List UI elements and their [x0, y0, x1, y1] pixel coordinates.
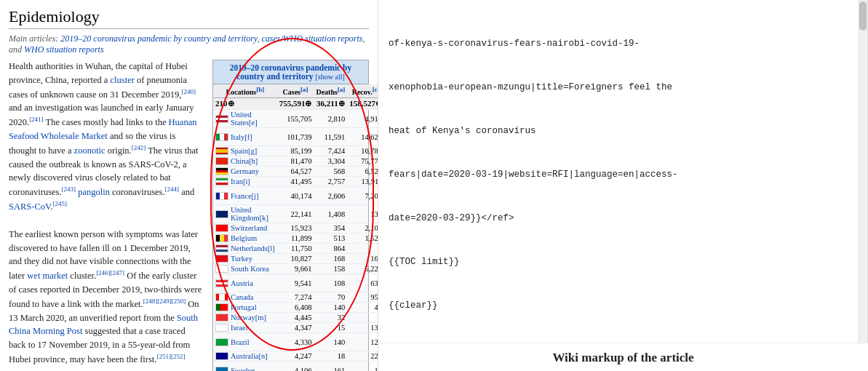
table-row: Canada 7,274 70 956 [65] — [213, 292, 378, 303]
main-article-link-1[interactable]: 2019–20 coronavirus pandemic by country … — [60, 33, 257, 44]
deaths-cell: 18 — [314, 351, 347, 362]
deaths-cell: 513 — [314, 234, 347, 244]
scrollbar-track[interactable] — [859, 0, 867, 343]
main-article-link-3[interactable]: WHO situation reports — [24, 44, 104, 55]
deaths-cell: 2,757 — [314, 177, 347, 187]
country-cell: Netherlands[l] — [213, 244, 277, 254]
country-link[interactable]: Norway[m] — [231, 314, 266, 322]
country-flag — [215, 255, 228, 263]
country-link[interactable]: Netherlands[l] — [231, 244, 275, 252]
code-line: date=2020-03-29}}</ref> — [389, 211, 857, 226]
scmp-link[interactable]: South China Morning Post — [9, 313, 198, 337]
cases-cell: 15,923 — [277, 223, 314, 234]
recoveries-cell: 636 — [347, 274, 378, 292]
table-row: Portugal 6,408 140 43 [66] — [213, 303, 378, 313]
cases-cell: 101,739 — [277, 128, 314, 146]
country-cell: Belgium — [213, 234, 277, 244]
wiki-markup-code: of-kenya-s-coronavirus-fears-nairobi-cov… — [378, 0, 868, 343]
country-cell: South Korea — [213, 264, 277, 274]
recoveries-cell: 226 — [347, 351, 378, 362]
cases-cell: 11,750 — [277, 244, 314, 254]
table-row: China[h] 81,470 3,304 75,770 [52] — [213, 156, 378, 167]
cases-cell: 6,408 — [277, 303, 314, 313]
cases-cell: 9,541 — [277, 274, 314, 292]
recoveries-cell: 956 — [347, 292, 378, 303]
table-row: United States[e] 155,705 2,810 4,913 [44… — [213, 110, 378, 128]
country-link[interactable]: Portugal — [231, 303, 257, 311]
table-row: Australia[n] 4,247 18 226 [71] — [213, 351, 378, 362]
country-flag — [215, 324, 228, 332]
country-link[interactable]: Canada — [231, 293, 254, 301]
country-link[interactable]: Spain[g] — [231, 147, 257, 155]
table-row: Italy[f] 101,739 11,591 14,620 [48][49] — [213, 128, 378, 146]
table-row: Spain[g] 85,199 7,424 16,780 [51] — [213, 146, 378, 156]
country-cell: Iran[i] — [213, 177, 277, 187]
deaths-cell: 168 — [314, 254, 347, 264]
country-link[interactable]: France[j] — [231, 192, 258, 200]
cases-cell: 4,106 — [277, 362, 314, 371]
country-link[interactable]: Iran[i] — [231, 177, 250, 186]
deaths-cell: 140 — [314, 333, 347, 351]
code-line: heat of Kenya's coronavirus — [389, 124, 857, 138]
infobox-show-all[interactable]: [show all] — [316, 73, 345, 81]
section-title: Epidemiology — [9, 7, 369, 29]
country-link[interactable]: South Korea — [231, 265, 269, 273]
deaths-cell: 3,304 — [314, 156, 347, 167]
country-cell: Turkey — [213, 254, 277, 264]
infobox-title: 2019–20 coronavirus pandemic by country … — [213, 60, 368, 84]
cases-cell: 22,141 — [277, 205, 314, 223]
wiki-markup-label: Wiki markup of the article — [378, 343, 868, 371]
cases-cell: 9,661 — [277, 264, 314, 274]
total-deaths: 36,211⊕ — [314, 98, 347, 110]
cluster-link[interactable]: cluster — [111, 75, 135, 85]
country-cell: Sweden — [213, 362, 277, 371]
code-line-blank — [389, 342, 857, 343]
country-cell: Switzerland — [213, 223, 277, 234]
country-flag — [215, 157, 228, 165]
recoveries-cell — [347, 313, 378, 323]
country-link[interactable]: United Kingdom[k] — [231, 206, 275, 222]
code-line: fears|date=2020-03-19|website=RFI|langua… — [389, 167, 857, 182]
country-link[interactable]: Italy[f] — [231, 133, 252, 141]
country-flag — [215, 338, 228, 346]
recoveries-cell: 4,913 — [347, 110, 378, 128]
cases-cell: 81,470 — [277, 156, 314, 167]
table-row: Brazil 4,330 140 120 [44][41] — [213, 333, 378, 351]
country-link[interactable]: Turkey — [231, 255, 252, 263]
cases-cell: 41,495 — [277, 177, 314, 187]
main-articles-line: Main articles: 2019–20 coronavirus pande… — [9, 33, 369, 55]
country-link[interactable]: United States[e] — [231, 111, 275, 127]
recoveries-cell: 13,911 — [347, 177, 378, 187]
country-link[interactable]: Germany — [231, 167, 259, 175]
country-flag — [215, 279, 228, 287]
total-locations: 210⊕ — [213, 98, 277, 110]
pangolin-link[interactable]: pangolin — [78, 187, 110, 197]
country-link[interactable]: China[h] — [231, 157, 258, 165]
zoonotic-link[interactable]: zoonotic — [74, 145, 105, 156]
country-flag — [215, 352, 228, 360]
country-link[interactable]: Belgium — [231, 234, 257, 242]
cases-cell: 4,330 — [277, 333, 314, 351]
country-flag — [215, 265, 228, 273]
table-row: Iran[i] 41,495 2,757 13,911 [54] — [213, 177, 378, 187]
recoveries-cell: 5,228 — [347, 264, 378, 274]
deaths-cell: 15 — [314, 323, 347, 333]
country-cell: Israel — [213, 323, 277, 333]
main-article-link-2[interactable]: cases/WHO situation reports — [262, 33, 363, 44]
deaths-cell: 140 — [314, 303, 347, 313]
country-flag — [215, 133, 228, 141]
cases-cell: 64,527 — [277, 167, 314, 177]
country-link[interactable]: Sweden — [231, 367, 255, 371]
country-link[interactable]: Switzerland — [231, 224, 267, 232]
country-link[interactable]: Australia[n] — [231, 352, 268, 360]
country-link[interactable]: Israel — [231, 324, 247, 332]
cases-cell: 10,827 — [277, 254, 314, 264]
sars-link[interactable]: SARS-CoV — [9, 202, 50, 212]
country-flag — [215, 314, 228, 322]
country-link[interactable]: Brazil — [231, 338, 250, 346]
scrollbar-thumb[interactable] — [859, 1, 867, 31]
total-cases: 755,591⊕ — [277, 98, 314, 110]
country-link[interactable]: Austria — [231, 279, 253, 287]
wet-market-link[interactable]: wet market — [27, 271, 68, 281]
table-row: France[j] 40,174 2,606 7,202 [56][41] — [213, 187, 378, 205]
